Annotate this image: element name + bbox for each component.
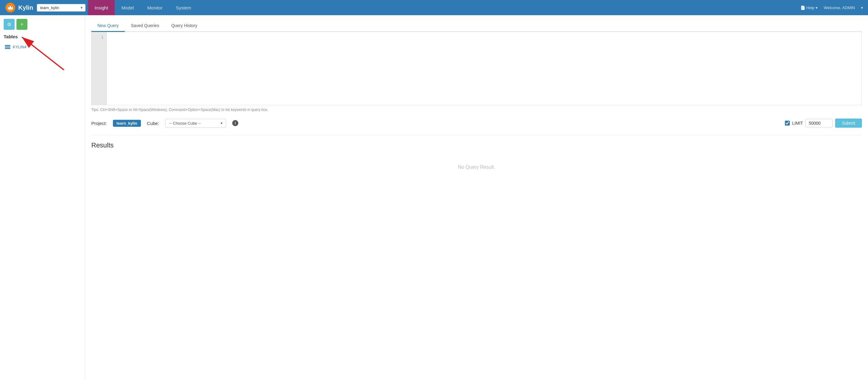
brand-name: Kylin [18, 4, 33, 11]
project-selector[interactable]: learn_kylin [37, 4, 86, 11]
query-editor-wrapper: 1 [91, 32, 862, 105]
svg-point-4 [8, 6, 10, 8]
info-icon[interactable]: i [232, 120, 238, 126]
svg-line-7 [22, 37, 64, 70]
kylin-logo-icon [5, 2, 16, 13]
svg-point-5 [11, 6, 12, 8]
tab-query-history[interactable]: Query History [165, 20, 204, 32]
query-editor-input[interactable] [107, 32, 862, 105]
brand-logo: Kylin [5, 2, 33, 13]
cube-select[interactable]: -- Choose Cube -- [165, 119, 226, 128]
cube-select-wrapper[interactable]: -- Choose Cube -- [165, 119, 226, 128]
limit-label: LIMIT [792, 121, 803, 126]
nav-monitor[interactable]: Monitor [141, 0, 169, 15]
tables-label: Tables [4, 34, 81, 39]
nav-right: 📄 Help ▾ Welcome, ADMIN ▾ [800, 5, 863, 10]
results-title: Results [91, 141, 862, 149]
results-section: Results No Query Result. [91, 141, 862, 179]
divider [91, 135, 862, 135]
nav-system[interactable]: System [169, 0, 198, 15]
main-layout: ⚙ + Tables KYLIN4 New Query Saved Querie… [0, 15, 868, 380]
project-select[interactable]: learn_kylin [37, 4, 86, 11]
table-name: KYLIN4 [13, 45, 27, 49]
tab-new-query[interactable]: New Query [91, 20, 125, 32]
nav-insight[interactable]: Insight [88, 0, 115, 15]
content-area: New Query Saved Queries Query History 1 … [85, 15, 868, 380]
sidebar-toolbar: ⚙ + [4, 19, 81, 30]
tab-saved-queries[interactable]: Saved Queries [125, 20, 165, 32]
settings-button[interactable]: ⚙ [4, 19, 14, 30]
query-tabs: New Query Saved Queries Query History [91, 20, 862, 32]
add-button[interactable]: + [17, 19, 27, 30]
top-navigation: Kylin learn_kylin Insight Model Monitor … [0, 0, 868, 15]
submit-button[interactable]: Submit [835, 118, 862, 128]
tips-text: Tips: Ctrl+Shift+Space or Alt+Space(Wind… [91, 105, 862, 115]
no-result-text: No Query Result. [91, 156, 862, 179]
cube-label: Cube: [147, 121, 159, 126]
table-item-kylin4[interactable]: KYLIN4 [4, 43, 81, 51]
limit-section: LIMIT Submit [785, 118, 862, 128]
line-numbers: 1 [92, 32, 107, 105]
sidebar: ⚙ + Tables KYLIN4 [0, 15, 85, 380]
limit-checkbox[interactable] [785, 121, 790, 126]
nav-model[interactable]: Model [115, 0, 141, 15]
nav-links: Insight Model Monitor System [88, 0, 198, 15]
editor-area: 1 [92, 32, 862, 105]
project-label: Project: [91, 121, 107, 126]
table-icon [5, 45, 10, 49]
project-value: learn_kylin [113, 120, 141, 127]
help-link[interactable]: 📄 Help ▾ [800, 5, 818, 10]
line-number-1: 1 [95, 35, 103, 39]
query-options: Project: learn_kylin Cube: -- Choose Cub… [91, 115, 862, 133]
welcome-text: Welcome, ADMIN [824, 5, 855, 10]
limit-input[interactable] [805, 119, 833, 127]
